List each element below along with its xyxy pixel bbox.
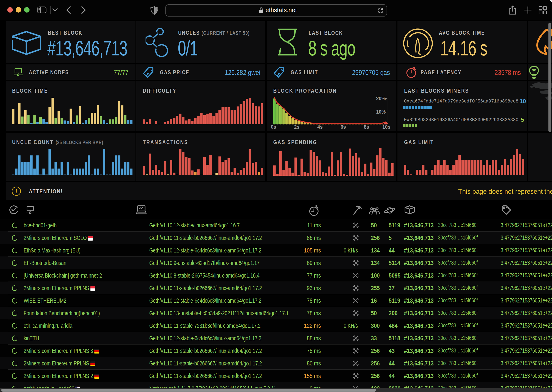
svg-text:4s: 4s <box>317 124 323 130</box>
svg-text:10s: 10s <box>382 124 390 130</box>
svg-text:6s: 6s <box>340 124 346 130</box>
svg-text:20%: 20% <box>376 96 386 101</box>
svg-text:2s: 2s <box>294 124 300 130</box>
svg-text:0s: 0s <box>271 124 276 130</box>
svg-text:c: c <box>151 68 152 71</box>
svg-text:10%: 10% <box>376 109 386 115</box>
svg-text:c: c <box>281 68 283 71</box>
svg-text:!: ! <box>15 188 17 195</box>
svg-text:8s: 8s <box>364 124 369 130</box>
